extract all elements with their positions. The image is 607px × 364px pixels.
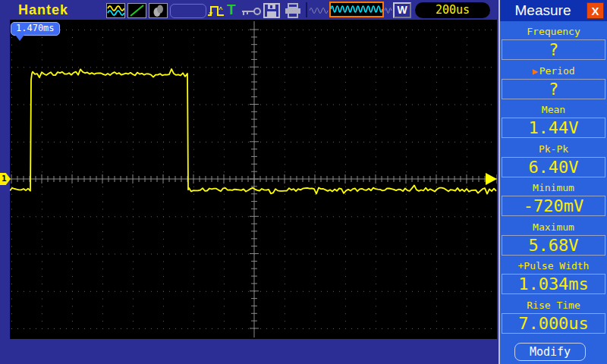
menu-item-maximum[interactable]: Maximum (500, 220, 607, 234)
dual-wave-icon[interactable] (106, 3, 125, 18)
modify-button[interactable]: Modify (514, 343, 586, 361)
close-icon[interactable]: X (587, 2, 604, 19)
scope-display (10, 20, 497, 339)
trigger-position-tag[interactable]: 1.470ms (11, 22, 60, 36)
hantek-logo: Hantek (18, 2, 68, 18)
measure-row: Rise Time 7.000us (500, 298, 607, 337)
frequency-value: ? (502, 39, 605, 60)
window-wave-selector[interactable] (329, 2, 384, 17)
rise-time-value: 7.000us (502, 313, 605, 334)
menu-item-minimum[interactable]: Minimum (500, 180, 607, 195)
minimum-value: -720mV (502, 196, 605, 216)
side-wave-right-icon (385, 5, 393, 19)
pulse-trigger-icon[interactable] (207, 3, 225, 18)
trigger-t-icon[interactable]: T (227, 2, 236, 18)
measure-row: Mean 1.44V (500, 102, 607, 142)
measure-menu-panel: Measure X Frequency ? ▶Period ? Mean 1.4… (498, 0, 607, 364)
menu-item-rise-time[interactable]: Rise Time (500, 298, 607, 312)
window-mode-button[interactable]: W (393, 2, 411, 18)
measure-row: ▶Period ? (500, 64, 607, 103)
empty-toolbar-slot (170, 4, 206, 18)
panel-title: Measure (500, 0, 586, 20)
selected-arrow-icon: ▶ (532, 66, 537, 77)
save-icon[interactable] (263, 3, 280, 21)
graticule-and-trace (10, 20, 497, 339)
timebase-readout: 200us (415, 2, 490, 18)
channel1-ground-marker[interactable]: 1 (0, 173, 11, 185)
side-wave-left-icon (310, 5, 329, 19)
toolbar-divider (306, 2, 307, 17)
mean-value: 1.44V (502, 118, 605, 138)
measure-row: Frequency ? (500, 24, 607, 64)
measure-list: Frequency ? ▶Period ? Mean 1.44V Pk-Pk 6… (500, 21, 607, 337)
pulse-width-value: 1.034ms (502, 274, 605, 294)
ramp-icon[interactable] (127, 3, 146, 18)
key-icon[interactable] (241, 5, 262, 20)
status-bar: DC 20 2.00V CH1 0.00V 41.0000Hz (0, 339, 498, 364)
menu-item-frequency[interactable]: Frequency (500, 24, 607, 39)
pkpk-value: 6.40V (502, 157, 605, 177)
trigger-position-marker[interactable] (15, 35, 24, 41)
menu-item-pkpk[interactable]: Pk-Pk (500, 142, 607, 156)
print-icon[interactable] (284, 3, 302, 21)
hand-icon[interactable] (149, 3, 168, 18)
maximum-value: 5.68V (502, 235, 605, 256)
measure-menu-header: Measure X (500, 0, 607, 21)
period-value: ? (502, 79, 605, 99)
measure-row: Minimum -720mV (500, 180, 607, 220)
menu-item-pulse-width[interactable]: +Pulse Width (500, 259, 607, 273)
menu-item-mean[interactable]: Mean (500, 102, 607, 117)
measure-row: +Pulse Width 1.034ms (500, 259, 607, 298)
measure-row: Maximum 5.68V (500, 220, 607, 259)
menu-item-period[interactable]: ▶Period (500, 64, 607, 78)
measure-row: Pk-Pk 6.40V (500, 142, 607, 181)
